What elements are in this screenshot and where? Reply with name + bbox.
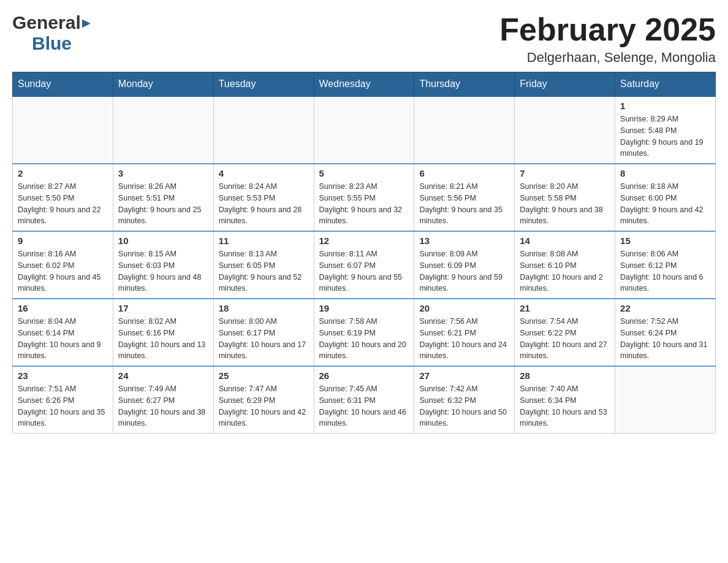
day-info: Sunrise: 8:13 AMSunset: 6:05 PMDaylight:…: [219, 248, 309, 294]
day-number: 12: [319, 236, 409, 246]
calendar-day-cell: 7Sunrise: 8:20 AMSunset: 5:58 PMDaylight…: [515, 164, 615, 231]
month-title: February 2025: [499, 12, 716, 47]
calendar-day-cell: 22Sunrise: 7:52 AMSunset: 6:24 PMDayligh…: [615, 299, 716, 366]
calendar-day-cell: 1Sunrise: 8:29 AMSunset: 5:48 PMDaylight…: [615, 96, 716, 164]
day-info: Sunrise: 8:08 AMSunset: 6:10 PMDaylight:…: [520, 248, 610, 294]
day-number: 8: [620, 168, 710, 178]
day-number: 27: [419, 370, 509, 381]
calendar-day-cell: [615, 366, 716, 434]
title-section: February 2025 Delgerhaan, Selenge, Mongo…: [499, 12, 716, 66]
weekday-header-saturday: Saturday: [615, 72, 716, 97]
calendar-day-cell: [13, 96, 113, 164]
day-number: 1: [620, 101, 710, 111]
day-info: Sunrise: 7:45 AMSunset: 6:31 PMDaylight:…: [319, 383, 409, 429]
day-info: Sunrise: 8:02 AMSunset: 6:16 PMDaylight:…: [118, 316, 208, 362]
day-info: Sunrise: 8:18 AMSunset: 6:00 PMDaylight:…: [620, 181, 710, 227]
day-number: 5: [319, 168, 409, 178]
calendar-day-cell: 2Sunrise: 8:27 AMSunset: 5:50 PMDaylight…: [13, 164, 113, 231]
calendar-day-cell: 20Sunrise: 7:56 AMSunset: 6:21 PMDayligh…: [414, 299, 515, 366]
logo-general-text: General: [12, 12, 81, 33]
calendar-day-cell: 26Sunrise: 7:45 AMSunset: 6:31 PMDayligh…: [314, 366, 414, 434]
calendar-week-row: 16Sunrise: 8:04 AMSunset: 6:14 PMDayligh…: [13, 299, 716, 366]
day-info: Sunrise: 7:54 AMSunset: 6:22 PMDaylight:…: [520, 316, 610, 362]
day-number: 16: [18, 303, 108, 313]
calendar-day-cell: 18Sunrise: 8:00 AMSunset: 6:17 PMDayligh…: [213, 299, 314, 366]
day-info: Sunrise: 8:11 AMSunset: 6:07 PMDaylight:…: [319, 248, 409, 294]
day-number: 20: [419, 303, 509, 313]
weekday-header-friday: Friday: [515, 72, 615, 97]
calendar-week-row: 2Sunrise: 8:27 AMSunset: 5:50 PMDaylight…: [13, 164, 716, 231]
day-info: Sunrise: 8:06 AMSunset: 6:12 PMDaylight:…: [620, 248, 710, 294]
calendar-day-cell: 12Sunrise: 8:11 AMSunset: 6:07 PMDayligh…: [314, 231, 414, 299]
calendar-day-cell: 28Sunrise: 7:40 AMSunset: 6:34 PMDayligh…: [515, 366, 615, 434]
day-info: Sunrise: 7:56 AMSunset: 6:21 PMDaylight:…: [419, 316, 509, 362]
day-number: 14: [520, 236, 610, 246]
calendar-day-cell: 25Sunrise: 7:47 AMSunset: 6:29 PMDayligh…: [213, 366, 314, 434]
day-number: 18: [219, 303, 309, 313]
calendar-week-row: 9Sunrise: 8:16 AMSunset: 6:02 PMDaylight…: [13, 231, 716, 299]
day-number: 7: [520, 168, 610, 178]
calendar-day-cell: 21Sunrise: 7:54 AMSunset: 6:22 PMDayligh…: [515, 299, 615, 366]
calendar-day-cell: 8Sunrise: 8:18 AMSunset: 6:00 PMDaylight…: [615, 164, 716, 231]
day-info: Sunrise: 7:42 AMSunset: 6:32 PMDaylight:…: [419, 383, 509, 429]
day-number: 10: [118, 236, 208, 246]
weekday-header-thursday: Thursday: [414, 72, 515, 97]
day-number: 6: [419, 168, 509, 178]
day-info: Sunrise: 8:26 AMSunset: 5:51 PMDaylight:…: [118, 181, 208, 227]
day-info: Sunrise: 8:27 AMSunset: 5:50 PMDaylight:…: [18, 181, 108, 227]
calendar-day-cell: 27Sunrise: 7:42 AMSunset: 6:32 PMDayligh…: [414, 366, 515, 434]
calendar-day-cell: [213, 96, 314, 164]
calendar-day-cell: 5Sunrise: 8:23 AMSunset: 5:55 PMDaylight…: [314, 164, 414, 231]
day-number: 15: [620, 236, 710, 246]
day-info: Sunrise: 8:16 AMSunset: 6:02 PMDaylight:…: [18, 248, 108, 294]
weekday-header-monday: Monday: [113, 72, 213, 97]
day-info: Sunrise: 8:24 AMSunset: 5:53 PMDaylight:…: [219, 181, 309, 227]
calendar-day-cell: 3Sunrise: 8:26 AMSunset: 5:51 PMDaylight…: [113, 164, 213, 231]
calendar-day-cell: 4Sunrise: 8:24 AMSunset: 5:53 PMDaylight…: [213, 164, 314, 231]
day-number: 22: [620, 303, 710, 313]
day-info: Sunrise: 7:51 AMSunset: 6:26 PMDaylight:…: [18, 383, 108, 429]
calendar-day-cell: [113, 96, 213, 164]
calendar-day-cell: 16Sunrise: 8:04 AMSunset: 6:14 PMDayligh…: [13, 299, 113, 366]
day-info: Sunrise: 7:40 AMSunset: 6:34 PMDaylight:…: [520, 383, 610, 429]
day-number: 3: [118, 168, 208, 178]
calendar-day-cell: 11Sunrise: 8:13 AMSunset: 6:05 PMDayligh…: [213, 231, 314, 299]
day-info: Sunrise: 7:52 AMSunset: 6:24 PMDaylight:…: [620, 316, 710, 362]
calendar-day-cell: [314, 96, 414, 164]
day-number: 9: [18, 236, 108, 246]
day-number: 4: [219, 168, 309, 178]
day-number: 13: [419, 236, 509, 246]
day-number: 23: [18, 370, 108, 381]
day-info: Sunrise: 7:58 AMSunset: 6:19 PMDaylight:…: [319, 316, 409, 362]
logo-flag-icon: [82, 16, 91, 29]
day-number: 26: [319, 370, 409, 381]
calendar-day-cell: 13Sunrise: 8:09 AMSunset: 6:09 PMDayligh…: [414, 231, 515, 299]
day-info: Sunrise: 8:09 AMSunset: 6:09 PMDaylight:…: [419, 248, 509, 294]
calendar-week-row: 23Sunrise: 7:51 AMSunset: 6:26 PMDayligh…: [13, 366, 716, 434]
day-number: 28: [520, 370, 610, 381]
day-number: 21: [520, 303, 610, 313]
day-number: 11: [219, 236, 309, 246]
day-number: 2: [18, 168, 108, 178]
day-info: Sunrise: 8:00 AMSunset: 6:17 PMDaylight:…: [219, 316, 309, 362]
day-number: 19: [319, 303, 409, 313]
calendar-day-cell: 24Sunrise: 7:49 AMSunset: 6:27 PMDayligh…: [113, 366, 213, 434]
day-info: Sunrise: 8:21 AMSunset: 5:56 PMDaylight:…: [419, 181, 509, 227]
calendar-day-cell: [414, 96, 515, 164]
logo: General Blue: [12, 12, 91, 54]
weekday-header-wednesday: Wednesday: [314, 72, 414, 97]
calendar-day-cell: 23Sunrise: 7:51 AMSunset: 6:26 PMDayligh…: [13, 366, 113, 434]
location-title: Delgerhaan, Selenge, Mongolia: [499, 50, 716, 66]
day-info: Sunrise: 8:23 AMSunset: 5:55 PMDaylight:…: [319, 181, 409, 227]
day-info: Sunrise: 7:49 AMSunset: 6:27 PMDaylight:…: [118, 383, 208, 429]
day-info: Sunrise: 8:15 AMSunset: 6:03 PMDaylight:…: [118, 248, 208, 294]
logo-blue-text: Blue: [32, 33, 72, 54]
calendar-day-cell: [515, 96, 615, 164]
day-number: 17: [118, 303, 208, 313]
calendar-day-cell: 14Sunrise: 8:08 AMSunset: 6:10 PMDayligh…: [515, 231, 615, 299]
calendar-header-row: SundayMondayTuesdayWednesdayThursdayFrid…: [13, 72, 716, 97]
day-info: Sunrise: 7:47 AMSunset: 6:29 PMDaylight:…: [219, 383, 309, 429]
day-info: Sunrise: 8:29 AMSunset: 5:48 PMDaylight:…: [620, 113, 710, 159]
day-number: 25: [219, 370, 309, 381]
calendar-day-cell: 19Sunrise: 7:58 AMSunset: 6:19 PMDayligh…: [314, 299, 414, 366]
